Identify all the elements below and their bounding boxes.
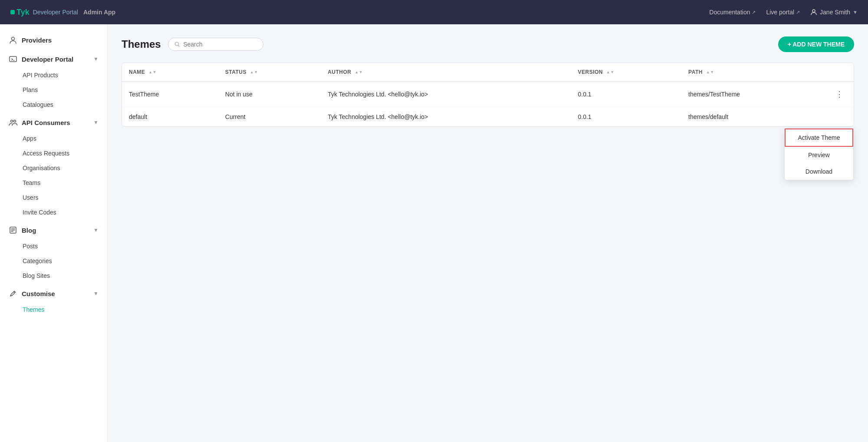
- sidebar-item-catalogues[interactable]: Catalogues: [0, 97, 107, 112]
- customise-icon: [9, 289, 17, 298]
- cell-status: Not in use: [218, 82, 321, 107]
- col-header-author: AUTHOR ▲▼: [321, 63, 571, 82]
- cell-path: themes/TestTheme: [681, 82, 825, 107]
- svg-point-4: [14, 120, 16, 122]
- sidebar-section-customise: Customise ▼ Themes: [0, 285, 107, 317]
- themes-table: NAME ▲▼ STATUS ▲▼ AUTHOR ▲▼ VERSION: [122, 63, 854, 126]
- developer-portal-label: Developer Portal: [33, 9, 78, 16]
- sidebar-item-posts[interactable]: Posts: [0, 239, 107, 254]
- dropdown-item-activate-theme[interactable]: Activate Theme: [785, 129, 853, 147]
- page-header-left: Themes: [122, 38, 263, 51]
- sidebar-section-blog: Blog ▼ Posts Categories Blog Sites: [0, 221, 107, 283]
- themes-table-container: NAME ▲▼ STATUS ▲▼ AUTHOR ▲▼ VERSION: [122, 63, 854, 127]
- sidebar-item-themes[interactable]: Themes: [0, 302, 107, 317]
- row-action-button-1[interactable]: ⋮: [832, 88, 847, 101]
- live-portal-link[interactable]: Live portal ↗: [766, 9, 800, 16]
- customise-chevron-icon: ▼: [93, 290, 99, 297]
- table-row: TestTheme Not in use Tyk Technologies Lt…: [122, 82, 854, 107]
- search-input[interactable]: [183, 41, 257, 48]
- cell-version: 0.0.1: [571, 107, 682, 127]
- sidebar-item-users[interactable]: Users: [0, 190, 107, 205]
- api-consumers-chevron-icon: ▼: [93, 119, 99, 125]
- user-chevron-icon: ▼: [853, 10, 858, 15]
- sidebar-item-api-products[interactable]: API Products: [0, 68, 107, 82]
- col-header-version: VERSION ▲▼: [571, 63, 682, 82]
- consumers-icon: [9, 118, 17, 127]
- tyk-logo: Tyk: [10, 8, 30, 17]
- blog-icon: [9, 226, 17, 234]
- search-icon: [174, 41, 180, 47]
- doc-link-text: Documentation: [709, 9, 750, 16]
- sidebar-item-plans[interactable]: Plans: [0, 82, 107, 97]
- cell-author: Tyk Technologies Ltd. <hello@tyk.io>: [321, 107, 571, 127]
- sidebar-item-access-requests[interactable]: Access Requests: [0, 146, 107, 161]
- dropdown-item-download[interactable]: Download: [785, 163, 853, 180]
- author-sort-icon: ▲▼: [355, 70, 363, 74]
- layout: Providers Developer Portal ▼ API Product…: [0, 24, 868, 442]
- navbar-right: Documentation ↗ Live portal ↗ Jane Smith…: [709, 9, 858, 16]
- sidebar-item-apps[interactable]: Apps: [0, 131, 107, 146]
- cell-action-1: ⋮: [825, 82, 854, 107]
- cell-name: default: [122, 107, 218, 127]
- sidebar-item-blog[interactable]: Blog ▼: [0, 221, 107, 239]
- api-consumers-label: API Consumers: [22, 119, 70, 126]
- version-sort-icon: ▲▼: [606, 70, 615, 74]
- cell-status: Current: [218, 107, 321, 127]
- sidebar-section-providers: Providers: [0, 31, 107, 49]
- brand: Tyk Developer Portal Admin App: [10, 8, 115, 17]
- sidebar-section-api-consumers: API Consumers ▼ Apps Access Requests Org…: [0, 114, 107, 220]
- col-header-name: NAME ▲▼: [122, 63, 218, 82]
- documentation-link[interactable]: Documentation ↗: [709, 9, 756, 16]
- portal-link-text: Live portal: [766, 9, 794, 16]
- blog-label: Blog: [22, 227, 36, 234]
- sidebar-item-customise[interactable]: Customise ▼: [0, 285, 107, 302]
- cell-path: themes/default: [681, 107, 825, 127]
- path-sort-icon: ▲▼: [706, 70, 714, 74]
- status-sort-icon: ▲▼: [250, 70, 258, 74]
- brand-name: Tyk: [16, 8, 30, 17]
- external-link-icon: ↗: [752, 10, 756, 15]
- col-header-status: STATUS ▲▼: [218, 63, 321, 82]
- cell-name: TestTheme: [122, 82, 218, 107]
- user-icon: [810, 9, 817, 16]
- main-content: Themes + ADD NEW THEME NAME ▲▼: [108, 24, 868, 442]
- providers-icon: [9, 36, 17, 44]
- sidebar-item-api-consumers[interactable]: API Consumers ▼: [0, 114, 107, 131]
- admin-label: Admin App: [83, 9, 115, 16]
- sidebar-item-organisations[interactable]: Organisations: [0, 161, 107, 175]
- user-name: Jane Smith: [820, 9, 850, 16]
- add-new-theme-button[interactable]: + ADD NEW THEME: [778, 36, 854, 52]
- navbar: Tyk Developer Portal Admin App Documenta…: [0, 0, 868, 24]
- user-menu[interactable]: Jane Smith ▼: [810, 9, 858, 16]
- col-header-path: PATH ▲▼: [681, 63, 825, 82]
- sidebar-item-blog-sites[interactable]: Blog Sites: [0, 268, 107, 283]
- customise-label: Customise: [22, 290, 55, 297]
- search-box: [168, 38, 263, 51]
- sidebar-item-categories[interactable]: Categories: [0, 254, 107, 268]
- svg-rect-2: [10, 56, 16, 62]
- svg-point-1: [12, 37, 15, 40]
- sidebar-item-providers[interactable]: Providers: [0, 31, 107, 49]
- cell-author: Tyk Technologies Ltd. <hello@tyk.io>: [321, 82, 571, 107]
- blog-chevron-icon: ▼: [93, 227, 99, 233]
- col-header-actions: [825, 63, 854, 82]
- table-header-row: NAME ▲▼ STATUS ▲▼ AUTHOR ▲▼ VERSION: [122, 63, 854, 82]
- svg-point-0: [812, 10, 815, 12]
- cell-version: 0.0.1: [571, 82, 682, 107]
- action-dropdown-menu: Activate Theme Preview Download: [784, 128, 854, 180]
- sidebar-item-invite-codes[interactable]: Invite Codes: [0, 205, 107, 220]
- svg-point-3: [11, 120, 13, 122]
- portal-icon: [9, 55, 17, 63]
- page-title: Themes: [122, 38, 161, 50]
- developer-portal-label: Developer Portal: [22, 56, 73, 63]
- developer-portal-chevron-icon: ▼: [93, 56, 99, 62]
- table-row: default Current Tyk Technologies Ltd. <h…: [122, 107, 854, 127]
- page-header: Themes + ADD NEW THEME: [122, 36, 854, 52]
- sidebar-section-developer-portal: Developer Portal ▼ API Products Plans Ca…: [0, 50, 107, 112]
- sidebar-item-teams[interactable]: Teams: [0, 175, 107, 190]
- dropdown-item-preview[interactable]: Preview: [785, 147, 853, 163]
- sidebar-item-developer-portal[interactable]: Developer Portal ▼: [0, 50, 107, 68]
- tyk-dot-icon: [10, 10, 15, 14]
- providers-label: Providers: [22, 36, 52, 44]
- external-link-icon-2: ↗: [796, 10, 800, 15]
